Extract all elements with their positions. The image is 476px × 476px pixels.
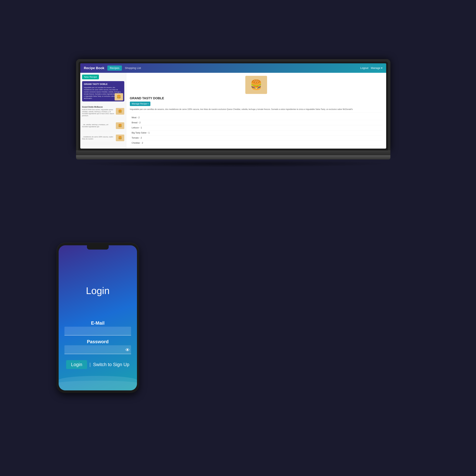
ingredient-item-1: Bread - 2 (130, 120, 383, 125)
detail-description: Inigualable pan con semillas de sesamo, … (130, 108, 383, 113)
password-input[interactable] (65, 345, 131, 354)
ingredient-item-4: Tomato - 2 (130, 136, 383, 140)
tab-recipes[interactable]: Recipes (107, 66, 122, 71)
phone-form: E-Mail Password 👁 Login | Switch to Sign… (65, 321, 131, 369)
recipe-plain-desc-2: ...de, cebolla, ketchup y mostaza, y el … (82, 124, 115, 128)
wave-2 (59, 381, 137, 391)
recipe-plain-2[interactable]: ...de, cebolla, ketchup y mostaza, y el … (82, 120, 124, 132)
ingredient-item-0: Meat - 2 (130, 115, 383, 120)
recipe-plain-image-3: 🍔 (116, 135, 124, 141)
phone-screen: Login E-Mail Password 👁 Login | Swi (59, 245, 137, 391)
recipe-card-highlighted[interactable]: GRAND TASTY DOBLE Inigualable pan con se… (82, 81, 124, 102)
recipe-card-image: 🍔 (115, 93, 123, 101)
laptop: Recipe Book Recipes Shopping List Logout… (76, 59, 391, 167)
laptop-base-top (76, 150, 391, 155)
password-toggle-icon[interactable]: 👁 (125, 347, 130, 353)
manage-dropdown[interactable]: Manage ▾ (371, 67, 383, 70)
nav-tabs: Recipe Book Recipes Shopping List (84, 66, 143, 71)
tab-shopping-list[interactable]: Shopping List (122, 66, 143, 71)
laptop-outer: Recipe Book Recipes Shopping List Logout… (76, 59, 391, 150)
app-body: New Recipe GRAND TASTY DOBLE Inigualable… (80, 73, 386, 149)
laptop-shadow (76, 160, 391, 167)
email-input[interactable] (65, 327, 131, 336)
email-label: E-Mail (65, 321, 131, 326)
app-navbar: Recipe Book Recipes Shopping List Logout… (80, 63, 386, 73)
password-field-group: Password 👁 (65, 339, 131, 354)
recipe-plain-desc-3: ...medallones de carne 100% vacuna, cuat… (82, 136, 115, 140)
recipe-plain-image-1: 🍔 (116, 108, 124, 115)
recipe-plain-3[interactable]: ...medallones de carne 100% vacuna, cuat… (82, 132, 124, 144)
recipe-plain-row-1: Grand Doble McBacon NUEVO PAN! Dos carne… (82, 105, 124, 118)
password-label: Password (65, 339, 131, 344)
recipe-plain-1[interactable]: Grand Doble McBacon NUEVO PAN! Dos carne… (82, 103, 124, 120)
email-field-group: E-Mail (65, 321, 131, 336)
recipe-list-panel: New Recipe GRAND TASTY DOBLE Inigualable… (80, 73, 126, 149)
recipe-plain-title-1: Grand Doble McBacon (82, 106, 115, 108)
recipe-detail-panel: 🍔 GRAND TASTY DOBLE Manage Recipe Inigua… (126, 73, 386, 149)
logout-link[interactable]: Logout (360, 67, 368, 70)
app-brand: Recipe Book (84, 66, 104, 70)
scene: Recipe Book Recipes Shopping List Logout… (45, 45, 431, 431)
detail-title: GRAND TASTY DOBLE (130, 96, 383, 100)
ingredient-item-3: Big Tasty Salse - 1 (130, 130, 383, 136)
login-button[interactable]: Login (66, 360, 87, 369)
phone-actions: Login | Switch to Sign Up (65, 360, 131, 369)
phone: Login E-Mail Password 👁 Login | Swi (57, 243, 139, 393)
new-recipe-button[interactable]: New Recipe (82, 75, 99, 79)
manage-recipe-button[interactable]: Manage Recipe (130, 102, 150, 106)
laptop-bezel: Recipe Book Recipes Shopping List Logout… (78, 62, 388, 150)
recipe-plain-row-3: ...medallones de carne 100% vacuna, cuat… (82, 133, 124, 143)
ingredient-item-5: Cheddar - 2 (130, 140, 383, 146)
recipe-card-title: GRAND TASTY DOBLE (84, 83, 122, 85)
phone-notch (87, 245, 109, 250)
laptop-hinge (76, 155, 391, 159)
ingredient-item-2: Lettuce - 1 (130, 125, 383, 130)
nav-right: Logout Manage ▾ (360, 67, 383, 70)
switch-to-signup-button[interactable]: Switch to Sign Up (93, 362, 129, 367)
ingredient-list: Meat - 2 Bread - 2 Lettuce - 1 Big Tasty… (130, 115, 383, 146)
recipe-plain-image-2: 🍔 (116, 122, 124, 129)
action-divider: | (89, 362, 91, 367)
laptop-screen: Recipe Book Recipes Shopping List Logout… (80, 63, 386, 149)
phone-login-title: Login (86, 285, 110, 296)
recipe-plain-desc-1: NUEVO PAN! Dos carnes, inigualable queso… (82, 109, 115, 117)
detail-hero-image: 🍔 (245, 76, 267, 94)
recipe-plain-row-2: ...de, cebolla, ketchup y mostaza, y el … (82, 121, 124, 130)
phone-outer: Login E-Mail Password 👁 Login | Swi (57, 243, 139, 393)
